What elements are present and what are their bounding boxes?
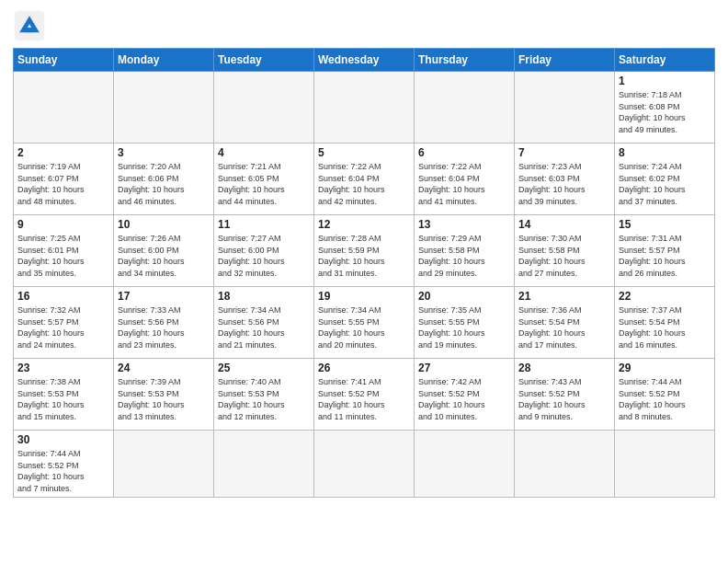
day-number: 16 [17, 290, 109, 303]
day-info: Sunrise: 7:43 AM Sunset: 5:52 PM Dayligh… [518, 376, 610, 422]
calendar-day-cell [515, 431, 615, 498]
day-number: 29 [619, 362, 711, 374]
day-number: 18 [218, 290, 310, 303]
day-info: Sunrise: 7:22 AM Sunset: 6:04 PM Dayligh… [318, 161, 410, 207]
calendar-day-cell: 21Sunrise: 7:36 AM Sunset: 5:54 PM Dayli… [515, 287, 615, 359]
calendar-day-cell: 5Sunrise: 7:22 AM Sunset: 6:04 PM Daylig… [314, 144, 415, 215]
calendar-week-row: 1Sunrise: 7:18 AM Sunset: 6:08 PM Daylig… [14, 72, 715, 144]
calendar-day-cell [615, 431, 715, 498]
calendar-day-cell [114, 72, 214, 144]
day-info: Sunrise: 7:21 AM Sunset: 6:05 PM Dayligh… [218, 161, 310, 207]
calendar-day-cell: 13Sunrise: 7:29 AM Sunset: 5:58 PM Dayli… [415, 215, 515, 287]
calendar-day-cell: 3Sunrise: 7:20 AM Sunset: 6:06 PM Daylig… [114, 144, 214, 215]
calendar-day-cell: 11Sunrise: 7:27 AM Sunset: 6:00 PM Dayli… [214, 215, 314, 287]
calendar-day-cell: 1Sunrise: 7:18 AM Sunset: 6:08 PM Daylig… [615, 72, 715, 144]
day-number: 17 [118, 290, 210, 303]
day-number: 24 [118, 362, 210, 374]
day-info: Sunrise: 7:22 AM Sunset: 6:04 PM Dayligh… [418, 161, 510, 207]
day-number: 21 [518, 290, 610, 303]
calendar-day-cell: 12Sunrise: 7:28 AM Sunset: 5:59 PM Dayli… [314, 215, 415, 287]
day-info: Sunrise: 7:31 AM Sunset: 5:57 PM Dayligh… [619, 233, 711, 279]
day-of-week-header: Sunday [14, 49, 114, 72]
day-number: 11 [218, 218, 310, 231]
calendar-day-cell: 7Sunrise: 7:23 AM Sunset: 6:03 PM Daylig… [515, 144, 615, 215]
day-number: 19 [318, 290, 410, 303]
day-info: Sunrise: 7:33 AM Sunset: 5:56 PM Dayligh… [118, 304, 210, 350]
calendar-day-cell: 15Sunrise: 7:31 AM Sunset: 5:57 PM Dayli… [615, 215, 715, 287]
day-info: Sunrise: 7:34 AM Sunset: 5:55 PM Dayligh… [318, 304, 410, 350]
header [13, 9, 715, 42]
day-number: 28 [518, 362, 610, 374]
day-info: Sunrise: 7:36 AM Sunset: 5:54 PM Dayligh… [518, 304, 610, 350]
calendar-day-cell [214, 72, 314, 144]
calendar-day-cell: 19Sunrise: 7:34 AM Sunset: 5:55 PM Dayli… [314, 287, 415, 359]
calendar-day-cell: 25Sunrise: 7:40 AM Sunset: 5:53 PM Dayli… [214, 359, 314, 431]
day-number: 30 [17, 433, 109, 446]
calendar-day-cell: 2Sunrise: 7:19 AM Sunset: 6:07 PM Daylig… [14, 144, 114, 215]
calendar-day-cell: 29Sunrise: 7:44 AM Sunset: 5:52 PM Dayli… [615, 359, 715, 431]
logo [13, 9, 50, 42]
day-number: 14 [518, 218, 610, 231]
calendar: SundayMondayTuesdayWednesdayThursdayFrid… [13, 48, 715, 498]
calendar-day-cell [14, 72, 114, 144]
calendar-week-row: 16Sunrise: 7:32 AM Sunset: 5:57 PM Dayli… [14, 287, 715, 359]
calendar-day-cell: 4Sunrise: 7:21 AM Sunset: 6:05 PM Daylig… [214, 144, 314, 215]
page: SundayMondayTuesdayWednesdayThursdayFrid… [0, 0, 728, 563]
calendar-day-cell: 20Sunrise: 7:35 AM Sunset: 5:55 PM Dayli… [415, 287, 515, 359]
calendar-day-cell: 14Sunrise: 7:30 AM Sunset: 5:58 PM Dayli… [515, 215, 615, 287]
calendar-week-row: 2Sunrise: 7:19 AM Sunset: 6:07 PM Daylig… [14, 144, 715, 215]
calendar-day-cell: 30Sunrise: 7:44 AM Sunset: 5:52 PM Dayli… [14, 431, 114, 498]
day-info: Sunrise: 7:40 AM Sunset: 5:53 PM Dayligh… [218, 376, 310, 422]
day-info: Sunrise: 7:20 AM Sunset: 6:06 PM Dayligh… [118, 161, 210, 207]
day-number: 23 [17, 362, 109, 374]
calendar-day-cell: 8Sunrise: 7:24 AM Sunset: 6:02 PM Daylig… [615, 144, 715, 215]
day-info: Sunrise: 7:18 AM Sunset: 6:08 PM Dayligh… [619, 89, 711, 135]
calendar-day-cell [415, 72, 515, 144]
calendar-day-cell: 6Sunrise: 7:22 AM Sunset: 6:04 PM Daylig… [415, 144, 515, 215]
calendar-day-cell [314, 72, 415, 144]
day-number: 6 [418, 146, 510, 159]
day-number: 25 [218, 362, 310, 374]
day-info: Sunrise: 7:44 AM Sunset: 5:52 PM Dayligh… [619, 376, 711, 422]
calendar-day-cell: 17Sunrise: 7:33 AM Sunset: 5:56 PM Dayli… [114, 287, 214, 359]
day-info: Sunrise: 7:39 AM Sunset: 5:53 PM Dayligh… [118, 376, 210, 422]
calendar-day-cell: 26Sunrise: 7:41 AM Sunset: 5:52 PM Dayli… [314, 359, 415, 431]
day-number: 20 [418, 290, 510, 303]
calendar-day-cell: 22Sunrise: 7:37 AM Sunset: 5:54 PM Dayli… [615, 287, 715, 359]
day-number: 9 [17, 218, 109, 231]
calendar-day-cell [214, 431, 314, 498]
day-number: 27 [418, 362, 510, 374]
day-info: Sunrise: 7:38 AM Sunset: 5:53 PM Dayligh… [17, 376, 109, 422]
calendar-day-cell: 23Sunrise: 7:38 AM Sunset: 5:53 PM Dayli… [14, 359, 114, 431]
day-of-week-header: Tuesday [214, 49, 314, 72]
calendar-day-cell: 27Sunrise: 7:42 AM Sunset: 5:52 PM Dayli… [415, 359, 515, 431]
calendar-day-cell: 10Sunrise: 7:26 AM Sunset: 6:00 PM Dayli… [114, 215, 214, 287]
calendar-week-row: 9Sunrise: 7:25 AM Sunset: 6:01 PM Daylig… [14, 215, 715, 287]
calendar-week-row: 23Sunrise: 7:38 AM Sunset: 5:53 PM Dayli… [14, 359, 715, 431]
calendar-day-cell: 24Sunrise: 7:39 AM Sunset: 5:53 PM Dayli… [114, 359, 214, 431]
calendar-day-cell: 16Sunrise: 7:32 AM Sunset: 5:57 PM Dayli… [14, 287, 114, 359]
calendar-day-cell: 28Sunrise: 7:43 AM Sunset: 5:52 PM Dayli… [515, 359, 615, 431]
calendar-day-cell [314, 431, 415, 498]
day-number: 2 [17, 146, 109, 159]
calendar-day-cell [114, 431, 214, 498]
svg-rect-3 [25, 28, 35, 32]
day-info: Sunrise: 7:32 AM Sunset: 5:57 PM Dayligh… [17, 304, 109, 350]
day-number: 5 [318, 146, 410, 159]
calendar-day-cell: 18Sunrise: 7:34 AM Sunset: 5:56 PM Dayli… [214, 287, 314, 359]
calendar-day-cell [515, 72, 615, 144]
day-info: Sunrise: 7:19 AM Sunset: 6:07 PM Dayligh… [17, 161, 109, 207]
day-info: Sunrise: 7:30 AM Sunset: 5:58 PM Dayligh… [518, 233, 610, 279]
day-of-week-header: Monday [114, 49, 214, 72]
day-of-week-header: Friday [515, 49, 615, 72]
day-of-week-header: Thursday [415, 49, 515, 72]
day-number: 3 [118, 146, 210, 159]
day-number: 13 [418, 218, 510, 231]
day-info: Sunrise: 7:42 AM Sunset: 5:52 PM Dayligh… [418, 376, 510, 422]
day-number: 12 [318, 218, 410, 231]
day-number: 26 [318, 362, 410, 374]
day-info: Sunrise: 7:41 AM Sunset: 5:52 PM Dayligh… [318, 376, 410, 422]
day-number: 1 [619, 75, 711, 87]
day-info: Sunrise: 7:28 AM Sunset: 5:59 PM Dayligh… [318, 233, 410, 279]
day-number: 10 [118, 218, 210, 231]
